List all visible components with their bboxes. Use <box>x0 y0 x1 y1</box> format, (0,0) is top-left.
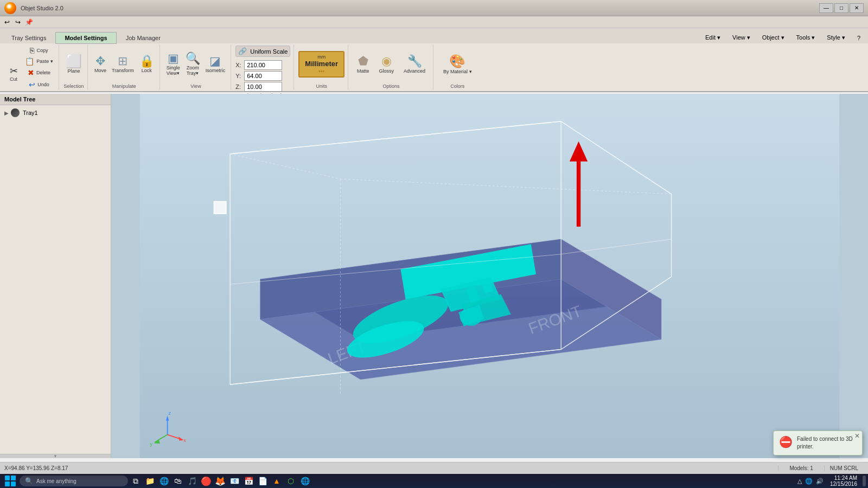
menu-style[interactable]: Style ▾ <box>821 32 851 43</box>
x-input[interactable] <box>244 60 282 70</box>
taskbar-chrome[interactable]: 🔴 <box>200 475 213 487</box>
x-label: X: <box>235 62 242 68</box>
cut-button[interactable]: ✂ Cut <box>5 65 22 83</box>
ribbon-group-dimensions: 🔗 Uniform Scale X: Y: Z: Dimensions (mm) <box>232 44 294 90</box>
tree-item-tray1[interactable]: ▶ Tray1 <box>2 107 108 118</box>
qa-undo[interactable]: ↩ <box>2 17 12 27</box>
by-material-button[interactable]: 🎨 By Material ▾ <box>438 52 477 76</box>
tab-model-settings[interactable]: Model Settings <box>55 32 116 44</box>
undo-icon: ↩ <box>29 80 35 89</box>
taskbar-calendar[interactable]: 📅 <box>242 475 255 487</box>
move-button[interactable]: ✥ Move <box>92 54 108 74</box>
tray-icon <box>11 108 20 117</box>
search-input[interactable] <box>36 478 118 484</box>
show-desktop[interactable] <box>863 476 866 486</box>
z-label: Z: <box>235 84 242 90</box>
copy-button[interactable]: ⎘ Copy <box>23 46 55 55</box>
material-icon: 🎨 <box>449 54 465 69</box>
lock-icon: 🔒 <box>139 55 154 67</box>
title-text: Objet Studio 2.0 <box>21 5 819 11</box>
qa-pin[interactable]: 📌 <box>24 17 34 27</box>
notification-popup: ✕ ⛔ Failed to connect to 3D printer. <box>773 431 863 455</box>
taskbar-app1[interactable]: ▲ <box>270 475 283 487</box>
maximize-button[interactable]: □ <box>834 3 848 13</box>
taskbar-acrobat[interactable]: 📄 <box>256 475 269 487</box>
scale-lock-icon: 🔗 <box>238 47 247 55</box>
taskbar-outlook[interactable]: 📧 <box>228 475 241 487</box>
svg-text:z: z <box>168 410 171 416</box>
millimeter-button[interactable]: mm Millimeter ••• <box>298 51 344 78</box>
uniform-scale-button[interactable]: 🔗 Uniform Scale <box>235 46 290 57</box>
close-button[interactable]: ✕ <box>850 3 864 13</box>
copy-icon: ⎘ <box>30 47 34 54</box>
tray-network[interactable]: 🌐 <box>804 478 814 485</box>
zoom-tray-button[interactable]: 🔍 ZoomTray▾ <box>183 52 202 77</box>
ribbon-group-edit: ✂ Cut ⎘ Copy 📋 Paste ▾ ✖ Delete ↩ <box>2 44 59 90</box>
ribbon-group-options: ⬟ Matte ◉ Glossy 🔧 Advanced Options <box>349 44 433 90</box>
main-viewport[interactable]: LEFT FRONT <box>111 94 868 458</box>
single-view-button[interactable]: ▣ SingleView▾ <box>164 52 182 77</box>
taskbar-app2[interactable]: ⬡ <box>284 475 297 487</box>
y-input[interactable] <box>244 71 282 81</box>
move-icon: ✥ <box>95 55 105 67</box>
ribbon-group-view: ▣ SingleView▾ 🔍 ZoomTray▾ ◪ Isometric Vi… <box>161 44 232 90</box>
system-tray: △ 🌐 🔊 11:24 AM 12/15/2016 <box>796 475 866 487</box>
notification-close[interactable]: ✕ <box>854 432 860 440</box>
single-view-icon: ▣ <box>168 53 179 65</box>
tab-tray-settings[interactable]: Tray Settings <box>2 32 55 43</box>
isometric-icon: ◪ <box>209 55 221 67</box>
error-icon: ⛔ <box>779 435 793 448</box>
z-input[interactable] <box>244 82 282 92</box>
svg-text:y: y <box>150 441 152 447</box>
numlock-status: NUM SCRL <box>824 465 864 471</box>
transform-icon: ⊞ <box>118 55 127 67</box>
scene-svg: LEFT FRONT <box>111 94 868 458</box>
paste-button[interactable]: 📋 Paste ▾ <box>23 56 55 66</box>
menu-object[interactable]: Object ▾ <box>757 32 790 43</box>
menu-view[interactable]: View ▾ <box>727 32 756 43</box>
taskbar-firefox[interactable]: 🦊 <box>214 475 227 487</box>
options-group-label: Options <box>383 84 400 89</box>
tree-content: ▶ Tray1 <box>0 105 111 454</box>
isometric-button[interactable]: ◪ Isometric <box>203 54 228 74</box>
taskbar-store[interactable]: 🛍 <box>171 475 184 487</box>
delete-button[interactable]: ✖ Delete <box>23 67 55 78</box>
taskbar-edge[interactable]: 🌐 <box>157 475 170 487</box>
task-view-button[interactable]: ⧉ <box>129 475 142 487</box>
start-button[interactable] <box>2 475 18 487</box>
transform-button[interactable]: ⊞ Transform <box>110 54 136 74</box>
manipulate-group-label: Manipulate <box>112 84 136 89</box>
tab-job-manager[interactable]: Job Manager <box>117 32 170 43</box>
taskbar-explorer[interactable]: 📁 <box>143 475 156 487</box>
svg-text:x: x <box>183 438 186 443</box>
lock-button[interactable]: 🔒 Lock <box>137 54 156 74</box>
minimize-button[interactable]: — <box>819 3 833 13</box>
advanced-button[interactable]: 🔧 Advanced <box>399 52 430 76</box>
notification-message: Failed to connect to 3D printer. <box>797 435 857 451</box>
tray-chevron[interactable]: △ <box>796 478 803 485</box>
menu-tools[interactable]: Tools ▾ <box>791 32 821 43</box>
expand-icon: ▶ <box>4 110 9 116</box>
paste-icon: 📋 <box>25 57 34 65</box>
cut-icon: ✂ <box>10 66 18 76</box>
undo-button[interactable]: ↩ Undo <box>23 79 55 90</box>
matte-icon: ⬟ <box>358 54 368 68</box>
ribbon-group-selection: ⬜ Plane Selection <box>60 44 88 90</box>
plane-button[interactable]: ⬜ Plane <box>63 54 84 75</box>
qa-redo[interactable]: ↪ <box>13 17 23 27</box>
menu-help[interactable]: ? <box>852 33 866 43</box>
taskbar-music[interactable]: 🎵 <box>186 475 199 487</box>
menu-edit[interactable]: Edit ▾ <box>700 32 726 43</box>
tray-volume[interactable]: 🔊 <box>815 478 825 485</box>
taskbar-app3[interactable]: 🌐 <box>298 475 311 487</box>
matte-button[interactable]: ⬟ Matte <box>353 52 374 76</box>
ribbon-tabs: Tray Settings Model Settings Job Manager… <box>0 28 868 43</box>
taskbar-search[interactable]: 🔍 <box>20 476 128 486</box>
right-menu-tabs: Edit ▾ View ▾ Object ▾ Tools ▾ Style ▾ ? <box>700 32 866 43</box>
titlebar: Objet Studio 2.0 — □ ✕ <box>0 0 868 16</box>
glossy-button[interactable]: ◉ Glossy <box>375 52 399 76</box>
system-clock[interactable]: 11:24 AM 12/15/2016 <box>827 475 860 487</box>
units-group-label: Units <box>316 84 327 89</box>
panel-scroll-bottom: ▼ <box>0 454 111 458</box>
model-tree-title: Model Tree <box>0 94 111 105</box>
